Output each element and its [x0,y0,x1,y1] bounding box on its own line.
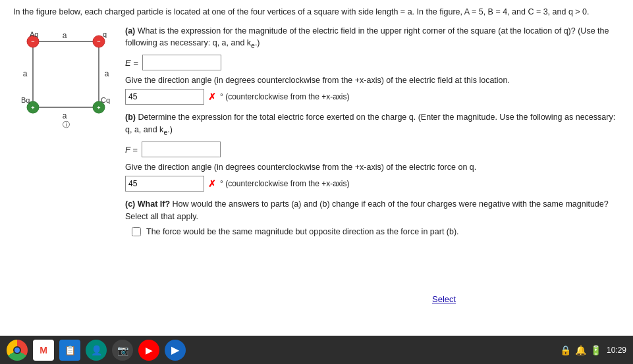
taskbar-left: M 📋 👤 📷 ▶ ▶ [7,340,186,361]
svg-text:+: + [31,105,34,111]
taskbar-right: 🔒 🔔 🔋 10:29 [560,345,626,355]
part-a-header: (a) What is the expression for the magni… [125,25,620,51]
taskbar-status: 🔒 🔔 🔋 [560,345,601,355]
taskbar-time: 10:29 [607,346,626,355]
chrome-icon[interactable] [7,340,28,361]
svg-text:a: a [63,31,67,40]
e-label: E = [125,58,138,68]
camera-icon[interactable]: 📷 [112,340,133,361]
part-b-direction-text: Give the direction angle (in degrees cou… [125,163,620,172]
svg-text:Bq: Bq [21,96,30,104]
diagram-svg: a a a a − Aq − q + Bq [13,25,119,137]
checkbox-row-1: The force would be the same magnitude bu… [132,227,620,236]
problem-statement: In the figure below, each charged partic… [13,7,620,18]
svg-rect-0 [33,41,99,107]
play-icon[interactable]: ▶ [165,340,186,361]
part-a-direction-text: Give the direction angle (in degrees cou… [125,76,620,85]
part-a-question: What is the expression for the magnitude… [125,26,609,48]
gmail-icon[interactable]: M [33,340,54,361]
part-b-header: (b) Determine the expression for the tot… [125,111,620,138]
files-icon[interactable]: 📋 [59,340,80,361]
part-a-direction-suffix: ° (counterclockwise from the +x-axis) [220,92,350,101]
part-b-direction-suffix: ° (counterclockwise from the +x-axis) [220,179,350,188]
parts-container: (a) What is the expression for the magni… [125,25,620,243]
part-b-answer-row: F = [125,142,620,157]
e-input[interactable] [142,55,221,70]
part-a-answer-row: E = [125,55,620,70]
svg-text:a: a [63,111,67,120]
diagram-area: a a a a − Aq − q + Bq [13,25,620,243]
checkbox-1-label: The force would be the same magnitude bu… [146,227,459,236]
meet-icon[interactable]: 👤 [86,340,107,361]
select-button[interactable]: Select [432,294,456,304]
svg-text:−: − [31,38,34,45]
youtube-icon[interactable]: ▶ [138,340,159,361]
select-area: Select [432,294,499,307]
f-input[interactable] [142,142,221,157]
wifi-icon: 🔒 [560,345,571,355]
part-b-direction-input[interactable] [125,176,204,192]
part-b-direction-row: ✗ ° (counterclockwise from the +x-axis) [125,176,620,192]
part-a-label: (a) [125,26,135,36]
part-a-direction-input[interactable] [125,89,204,105]
part-c-whatif: What If? [138,199,170,209]
svg-text:Aq: Aq [30,30,38,38]
main-content: In the figure below, each charged partic… [0,0,633,336]
part-c-label: (c) [125,199,135,209]
svg-text:ⓘ: ⓘ [63,120,70,128]
part-b-wrong-mark: ✗ [208,178,216,189]
part-a-wrong-mark: ✗ [208,91,216,102]
part-b-section: (b) Determine the expression for the tot… [125,111,620,192]
volume-icon: 🔔 [575,345,586,355]
svg-text:−: − [97,38,100,45]
part-a-direction-row: ✗ ° (counterclockwise from the +x-axis) [125,89,620,105]
part-b-label: (b) [125,113,136,122]
part-c-question: How would the answers to parts (a) and (… [125,199,609,221]
svg-text:a: a [23,69,28,78]
svg-text:a: a [105,69,109,78]
f-label: F = [125,145,138,155]
taskbar: M 📋 👤 📷 ▶ ▶ 🔒 🔔 🔋 10:29 [0,336,633,364]
part-c-header: (c) What If? How would the answers to pa… [125,198,620,223]
problem-text: In the figure below, each charged partic… [13,7,590,16]
part-a-section: (a) What is the expression for the magni… [125,25,620,105]
svg-text:q: q [103,30,107,38]
checkbox-1[interactable] [132,227,141,236]
part-b-question: Determine the expression for the total e… [125,113,615,134]
svg-text:+: + [97,105,100,111]
svg-text:Cq: Cq [101,96,110,104]
diagram: a a a a − Aq − q + Bq [13,25,119,130]
part-c-section: (c) What If? How would the answers to pa… [125,198,620,236]
battery-icon: 🔋 [590,345,601,355]
